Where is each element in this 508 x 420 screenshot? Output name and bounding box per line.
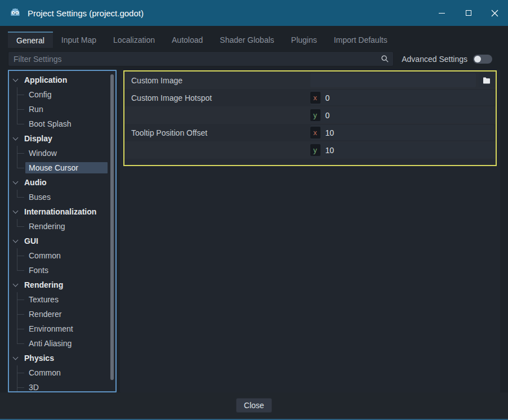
tooltip-offset-y-value[interactable]: 10 (326, 146, 335, 155)
tab-shader-globals[interactable]: Shader Globals (211, 32, 283, 48)
sidebar-item-rendering-i18n[interactable]: Rendering (9, 219, 115, 234)
maximize-button[interactable] (455, 0, 482, 26)
sidebar-item-buses[interactable]: Buses (9, 190, 115, 204)
sidebar-item-display[interactable]: Display (9, 131, 115, 146)
tree-item-label: Common (25, 367, 64, 378)
property-control (310, 72, 496, 89)
tooltip-offset-x-value[interactable]: 10 (326, 128, 335, 137)
tab-input-map[interactable]: Input Map (53, 32, 105, 48)
tab-label: Import Defaults (334, 35, 387, 44)
tab-plugins[interactable]: Plugins (283, 32, 326, 48)
search-icon (381, 55, 389, 63)
tree-item-label: Textures (25, 294, 62, 305)
chevron-down-icon[interactable] (13, 355, 19, 360)
tree-item-label: Rendering (25, 221, 69, 232)
property-control[interactable]: x 10 (310, 125, 495, 140)
chevron-down-icon[interactable] (13, 282, 19, 287)
property-row-custom-image-hotspot-x: Custom Image Hotspot x 0 (124, 89, 496, 106)
property-control[interactable]: y 10 (310, 142, 495, 158)
project-settings-window: Project Settings (project.godot) General… (0, 0, 508, 420)
minimize-button[interactable] (429, 0, 455, 26)
property-label: Tooltip Position Offset (124, 128, 310, 137)
tab-general[interactable]: General (8, 32, 53, 48)
close-button[interactable]: Close (236, 398, 272, 413)
browse-file-button[interactable] (479, 73, 494, 87)
advanced-settings-label: Advanced Settings (402, 55, 467, 64)
sidebar-item-boot-splash[interactable]: Boot Splash (9, 117, 115, 131)
toggle-knob (474, 56, 481, 62)
content-area: Application Config Run Boot Splash Displ… (0, 70, 508, 392)
dialog-footer: Close (0, 392, 508, 420)
advanced-settings-toggle[interactable] (473, 55, 492, 64)
sidebar-item-3d[interactable]: 3D (9, 380, 115, 392)
sidebar-item-mouse-cursor[interactable]: Mouse Cursor (9, 160, 115, 175)
axis-x-chip: x (310, 92, 320, 104)
tree-item-label: Anti Aliasing (25, 338, 75, 349)
tree-item-label: Buses (25, 191, 54, 203)
mouse-cursor-settings-group: Custom Image Custom Image Hotspot x (123, 70, 497, 166)
chevron-down-icon[interactable] (13, 208, 19, 214)
property-label: Custom Image Hotspot (124, 93, 310, 102)
chevron-down-icon[interactable] (13, 135, 19, 141)
tab-import-defaults[interactable]: Import Defaults (326, 32, 396, 48)
property-row-custom-image-hotspot-y: y 0 (124, 106, 496, 124)
sidebar-item-gui-common[interactable]: Common (9, 248, 115, 263)
hotspot-x-value[interactable]: 0 (326, 93, 330, 102)
axis-x-chip: x (310, 127, 320, 138)
settings-category-tree: Application Config Run Boot Splash Displ… (8, 70, 117, 392)
chevron-down-icon[interactable] (13, 179, 19, 185)
property-row-tooltip-offset-y: y 10 (124, 141, 496, 159)
tab-label: Shader Globals (220, 35, 274, 44)
tree-item-label: 3D (25, 382, 42, 392)
sidebar-item-application[interactable]: Application (9, 73, 115, 87)
tree-item-label: Window (25, 148, 60, 159)
close-window-button[interactable] (482, 0, 508, 26)
chevron-down-icon[interactable] (13, 238, 19, 243)
window-title: Project Settings (project.godot) (28, 8, 429, 18)
sidebar-item-environment[interactable]: Environment (9, 321, 115, 336)
filter-settings-input[interactable] (8, 51, 394, 66)
tab-label: Input Map (61, 35, 96, 44)
custom-image-input[interactable] (310, 73, 476, 87)
tab-autoload[interactable]: Autoload (163, 32, 211, 48)
tree-item-label: Run (25, 104, 47, 115)
axis-y-chip: y (310, 109, 320, 121)
tree-item-label: GUI (21, 235, 42, 247)
sidebar-item-gui[interactable]: GUI (9, 234, 115, 248)
property-row-custom-image: Custom Image (124, 72, 496, 89)
folder-icon (482, 76, 491, 85)
settings-panel: Custom Image Custom Image Hotspot x (120, 70, 500, 392)
tree-item-label: Mouse Cursor (25, 162, 108, 173)
tab-label: Plugins (291, 35, 317, 44)
sidebar-item-run[interactable]: Run (9, 102, 115, 117)
tree-item-label: Rendering (21, 279, 66, 291)
sidebar-item-fonts[interactable]: Fonts (9, 263, 115, 278)
sidebar-item-renderer[interactable]: Renderer (9, 307, 115, 321)
tab-label: General (16, 36, 44, 45)
tree-item-label: Audio (21, 177, 50, 188)
tab-bar: General Input Map Localization Autoload … (0, 26, 508, 48)
tree-item-label: Application (21, 74, 70, 86)
hotspot-y-value[interactable]: 0 (326, 111, 330, 120)
tree-item-label: Environment (25, 323, 77, 334)
sidebar-item-rendering[interactable]: Rendering (9, 278, 115, 292)
tree-item-label: Display (21, 133, 56, 144)
tab-localization[interactable]: Localization (105, 32, 163, 48)
property-control[interactable]: y 0 (310, 108, 495, 123)
property-row-tooltip-offset-x: Tooltip Position Offset x 10 (124, 124, 496, 141)
filter-input-wrap (8, 51, 394, 66)
sidebar-item-window[interactable]: Window (9, 146, 115, 160)
sidebar-item-physics[interactable]: Physics (9, 351, 115, 365)
tab-label: Localization (113, 35, 155, 44)
sidebar-item-textures[interactable]: Textures (9, 292, 115, 307)
property-control[interactable]: x 0 (310, 90, 495, 105)
minimize-icon (439, 13, 445, 14)
tab-label: Autoload (172, 35, 203, 44)
sidebar-scrollbar[interactable] (110, 74, 114, 380)
sidebar-item-config[interactable]: Config (9, 87, 115, 102)
sidebar-item-internationalization[interactable]: Internationalization (9, 204, 115, 219)
sidebar-item-physics-common[interactable]: Common (9, 365, 115, 380)
sidebar-item-anti-aliasing[interactable]: Anti Aliasing (9, 336, 115, 351)
chevron-down-icon[interactable] (13, 77, 19, 82)
sidebar-item-audio[interactable]: Audio (9, 175, 115, 190)
